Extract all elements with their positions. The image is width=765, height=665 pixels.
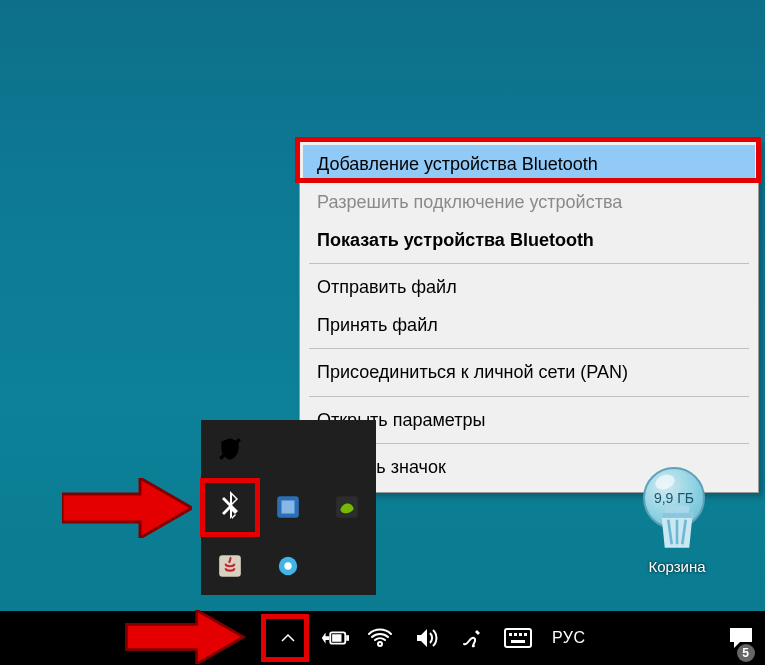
tray-chevron-up-icon[interactable] (268, 618, 308, 658)
menu-item-send-file[interactable]: Отправить файл (303, 268, 755, 306)
record-icon[interactable] (259, 537, 317, 595)
svg-rect-10 (332, 634, 341, 642)
tray-overflow-flyout (201, 420, 376, 595)
touch-keyboard-icon[interactable] (498, 618, 538, 658)
menu-separator (309, 348, 749, 349)
defender-off-icon[interactable] (201, 420, 259, 478)
svg-point-6 (285, 562, 292, 569)
recycle-bin-label: Корзина (631, 558, 723, 575)
menu-separator (309, 396, 749, 397)
svg-rect-16 (511, 640, 525, 643)
svg-rect-12 (509, 633, 512, 636)
battery-icon[interactable] (314, 618, 354, 658)
svg-rect-2 (282, 501, 295, 514)
intel-icon[interactable] (259, 478, 317, 536)
language-indicator[interactable]: РУС (544, 618, 594, 658)
menu-item-allow-connection: Разрешить подключение устройства (303, 183, 755, 221)
annotation-arrow-icon (62, 478, 192, 538)
action-center-badge: 5 (728, 643, 763, 663)
taskbar: РУС (0, 611, 765, 665)
menu-item-show-devices[interactable]: Показать устройства Bluetooth (303, 221, 755, 259)
recycle-bin[interactable]: Корзина (631, 497, 723, 575)
wifi-icon[interactable] (360, 618, 400, 658)
menu-item-join-pan[interactable]: Присоединиться к личной сети (PAN) (303, 353, 755, 391)
menu-separator (309, 263, 749, 264)
bluetooth-icon[interactable] (201, 478, 259, 536)
menu-item-add-device[interactable]: Добавление устройства Bluetooth (303, 145, 755, 183)
svg-rect-13 (514, 633, 517, 636)
pen-icon[interactable] (452, 618, 492, 658)
svg-rect-9 (346, 635, 349, 641)
java-icon[interactable] (201, 537, 259, 595)
svg-rect-15 (524, 633, 527, 636)
svg-rect-11 (505, 629, 531, 647)
svg-rect-7 (665, 506, 690, 513)
nvidia-icon[interactable] (318, 478, 376, 536)
svg-rect-14 (519, 633, 522, 636)
recycle-bin-icon (649, 497, 705, 553)
menu-item-receive-file[interactable]: Принять файл (303, 306, 755, 344)
volume-icon[interactable] (406, 618, 446, 658)
